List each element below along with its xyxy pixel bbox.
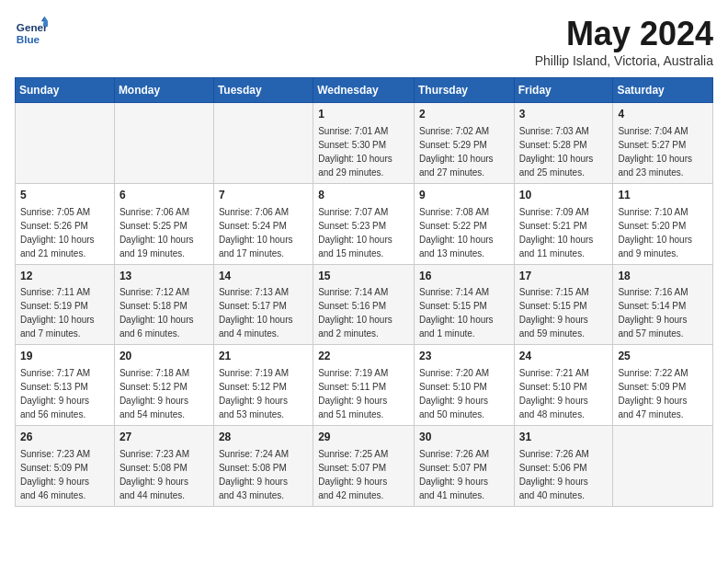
day-number: 10 bbox=[519, 188, 609, 203]
day-info: Sunrise: 7:18 AM Sunset: 5:12 PM Dayligh… bbox=[119, 366, 209, 421]
day-info: Sunrise: 7:06 AM Sunset: 5:24 PM Dayligh… bbox=[219, 205, 308, 260]
calendar-day-cell: 13Sunrise: 7:12 AM Sunset: 5:18 PM Dayli… bbox=[114, 264, 213, 345]
day-number: 18 bbox=[618, 269, 708, 284]
day-number: 29 bbox=[318, 430, 409, 445]
day-number: 20 bbox=[119, 349, 209, 364]
day-of-week-header: Saturday bbox=[613, 78, 713, 103]
day-info: Sunrise: 7:02 AM Sunset: 5:29 PM Dayligh… bbox=[419, 124, 509, 179]
calendar-day-cell: 18Sunrise: 7:16 AM Sunset: 5:14 PM Dayli… bbox=[613, 264, 713, 345]
day-info: Sunrise: 7:26 AM Sunset: 5:07 PM Dayligh… bbox=[419, 447, 509, 502]
day-info: Sunrise: 7:10 AM Sunset: 5:20 PM Dayligh… bbox=[618, 205, 708, 260]
day-info: Sunrise: 7:05 AM Sunset: 5:26 PM Dayligh… bbox=[20, 205, 109, 260]
day-number: 9 bbox=[419, 188, 509, 203]
calendar-day-cell: 4Sunrise: 7:04 AM Sunset: 5:27 PM Daylig… bbox=[613, 103, 713, 184]
calendar-day-cell: 25Sunrise: 7:22 AM Sunset: 5:09 PM Dayli… bbox=[613, 345, 713, 426]
day-info: Sunrise: 7:21 AM Sunset: 5:10 PM Dayligh… bbox=[519, 366, 609, 421]
day-info: Sunrise: 7:11 AM Sunset: 5:19 PM Dayligh… bbox=[20, 285, 109, 340]
day-number: 14 bbox=[219, 269, 308, 284]
day-info: Sunrise: 7:08 AM Sunset: 5:22 PM Dayligh… bbox=[419, 205, 509, 260]
day-of-week-header: Tuesday bbox=[213, 78, 313, 103]
calendar-day-cell: 22Sunrise: 7:19 AM Sunset: 5:11 PM Dayli… bbox=[313, 345, 415, 426]
day-info: Sunrise: 7:22 AM Sunset: 5:09 PM Dayligh… bbox=[618, 366, 708, 421]
calendar-week-row: 12Sunrise: 7:11 AM Sunset: 5:19 PM Dayli… bbox=[16, 264, 713, 345]
calendar-day-cell: 26Sunrise: 7:23 AM Sunset: 5:09 PM Dayli… bbox=[16, 426, 115, 507]
calendar-week-row: 5Sunrise: 7:05 AM Sunset: 5:26 PM Daylig… bbox=[16, 183, 713, 264]
calendar-week-row: 1Sunrise: 7:01 AM Sunset: 5:30 PM Daylig… bbox=[16, 103, 713, 184]
day-number: 12 bbox=[20, 269, 109, 284]
day-info: Sunrise: 7:03 AM Sunset: 5:28 PM Dayligh… bbox=[519, 124, 609, 179]
month-title: May 2024 bbox=[535, 15, 713, 53]
calendar-table: SundayMondayTuesdayWednesdayThursdayFrid… bbox=[15, 77, 713, 507]
day-number: 7 bbox=[219, 188, 308, 203]
calendar-day-cell: 29Sunrise: 7:25 AM Sunset: 5:07 PM Dayli… bbox=[313, 426, 415, 507]
calendar-header-row: SundayMondayTuesdayWednesdayThursdayFrid… bbox=[16, 78, 713, 103]
day-number: 6 bbox=[119, 188, 209, 203]
calendar-day-cell: 11Sunrise: 7:10 AM Sunset: 5:20 PM Dayli… bbox=[613, 183, 713, 264]
day-info: Sunrise: 7:23 AM Sunset: 5:08 PM Dayligh… bbox=[119, 447, 209, 502]
logo-icon: General Blue bbox=[15, 15, 48, 48]
calendar-day-cell bbox=[213, 103, 313, 184]
day-number: 23 bbox=[419, 349, 509, 364]
calendar-day-cell: 19Sunrise: 7:17 AM Sunset: 5:13 PM Dayli… bbox=[16, 345, 115, 426]
calendar-day-cell: 12Sunrise: 7:11 AM Sunset: 5:19 PM Dayli… bbox=[16, 264, 115, 345]
day-number: 26 bbox=[20, 430, 109, 445]
day-info: Sunrise: 7:15 AM Sunset: 5:15 PM Dayligh… bbox=[519, 285, 609, 340]
day-info: Sunrise: 7:19 AM Sunset: 5:11 PM Dayligh… bbox=[318, 366, 409, 421]
day-number: 27 bbox=[119, 430, 209, 445]
day-number: 15 bbox=[318, 269, 409, 284]
day-number: 24 bbox=[519, 349, 609, 364]
day-number: 30 bbox=[419, 430, 509, 445]
calendar-day-cell: 3Sunrise: 7:03 AM Sunset: 5:28 PM Daylig… bbox=[514, 103, 613, 184]
day-info: Sunrise: 7:01 AM Sunset: 5:30 PM Dayligh… bbox=[318, 124, 409, 179]
svg-text:General: General bbox=[17, 21, 48, 33]
day-info: Sunrise: 7:13 AM Sunset: 5:17 PM Dayligh… bbox=[219, 285, 308, 340]
day-number: 16 bbox=[419, 269, 509, 284]
calendar-day-cell: 21Sunrise: 7:19 AM Sunset: 5:12 PM Dayli… bbox=[213, 345, 313, 426]
calendar-body: 1Sunrise: 7:01 AM Sunset: 5:30 PM Daylig… bbox=[16, 103, 713, 507]
day-of-week-header: Wednesday bbox=[313, 78, 415, 103]
day-info: Sunrise: 7:20 AM Sunset: 5:10 PM Dayligh… bbox=[419, 366, 509, 421]
day-number: 22 bbox=[318, 349, 409, 364]
day-number: 31 bbox=[519, 430, 609, 445]
day-number: 11 bbox=[618, 188, 708, 203]
calendar-week-row: 26Sunrise: 7:23 AM Sunset: 5:09 PM Dayli… bbox=[16, 426, 713, 507]
calendar-week-row: 19Sunrise: 7:17 AM Sunset: 5:13 PM Dayli… bbox=[16, 345, 713, 426]
day-info: Sunrise: 7:14 AM Sunset: 5:16 PM Dayligh… bbox=[318, 285, 409, 340]
day-number: 8 bbox=[318, 188, 409, 203]
day-info: Sunrise: 7:04 AM Sunset: 5:27 PM Dayligh… bbox=[618, 124, 708, 179]
calendar-day-cell bbox=[16, 103, 115, 184]
calendar-day-cell: 9Sunrise: 7:08 AM Sunset: 5:22 PM Daylig… bbox=[414, 183, 514, 264]
day-of-week-header: Friday bbox=[514, 78, 613, 103]
day-info: Sunrise: 7:24 AM Sunset: 5:08 PM Dayligh… bbox=[219, 447, 308, 502]
day-info: Sunrise: 7:26 AM Sunset: 5:06 PM Dayligh… bbox=[519, 447, 609, 502]
calendar-day-cell: 20Sunrise: 7:18 AM Sunset: 5:12 PM Dayli… bbox=[114, 345, 213, 426]
day-number: 2 bbox=[419, 107, 509, 122]
day-info: Sunrise: 7:09 AM Sunset: 5:21 PM Dayligh… bbox=[519, 205, 609, 260]
calendar-day-cell: 2Sunrise: 7:02 AM Sunset: 5:29 PM Daylig… bbox=[414, 103, 514, 184]
calendar-day-cell: 7Sunrise: 7:06 AM Sunset: 5:24 PM Daylig… bbox=[213, 183, 313, 264]
calendar-day-cell: 17Sunrise: 7:15 AM Sunset: 5:15 PM Dayli… bbox=[514, 264, 613, 345]
day-of-week-header: Thursday bbox=[414, 78, 514, 103]
day-info: Sunrise: 7:23 AM Sunset: 5:09 PM Dayligh… bbox=[20, 447, 109, 502]
day-info: Sunrise: 7:17 AM Sunset: 5:13 PM Dayligh… bbox=[20, 366, 109, 421]
calendar-day-cell: 24Sunrise: 7:21 AM Sunset: 5:10 PM Dayli… bbox=[514, 345, 613, 426]
day-info: Sunrise: 7:14 AM Sunset: 5:15 PM Dayligh… bbox=[419, 285, 509, 340]
day-info: Sunrise: 7:25 AM Sunset: 5:07 PM Dayligh… bbox=[318, 447, 409, 502]
calendar-day-cell: 30Sunrise: 7:26 AM Sunset: 5:07 PM Dayli… bbox=[414, 426, 514, 507]
day-info: Sunrise: 7:16 AM Sunset: 5:14 PM Dayligh… bbox=[618, 285, 708, 340]
day-number: 3 bbox=[519, 107, 609, 122]
day-number: 5 bbox=[20, 188, 109, 203]
page-header: General Blue May 2024 Phillip Island, Vi… bbox=[15, 15, 713, 68]
calendar-day-cell bbox=[114, 103, 213, 184]
calendar-day-cell: 23Sunrise: 7:20 AM Sunset: 5:10 PM Dayli… bbox=[414, 345, 514, 426]
calendar-day-cell: 10Sunrise: 7:09 AM Sunset: 5:21 PM Dayli… bbox=[514, 183, 613, 264]
svg-text:Blue: Blue bbox=[17, 33, 40, 45]
day-number: 19 bbox=[20, 349, 109, 364]
calendar-day-cell: 28Sunrise: 7:24 AM Sunset: 5:08 PM Dayli… bbox=[213, 426, 313, 507]
calendar-day-cell: 14Sunrise: 7:13 AM Sunset: 5:17 PM Dayli… bbox=[213, 264, 313, 345]
calendar-day-cell: 16Sunrise: 7:14 AM Sunset: 5:15 PM Dayli… bbox=[414, 264, 514, 345]
day-number: 4 bbox=[618, 107, 708, 122]
calendar-day-cell: 31Sunrise: 7:26 AM Sunset: 5:06 PM Dayli… bbox=[514, 426, 613, 507]
calendar-day-cell: 6Sunrise: 7:06 AM Sunset: 5:25 PM Daylig… bbox=[114, 183, 213, 264]
calendar-day-cell: 27Sunrise: 7:23 AM Sunset: 5:08 PM Dayli… bbox=[114, 426, 213, 507]
